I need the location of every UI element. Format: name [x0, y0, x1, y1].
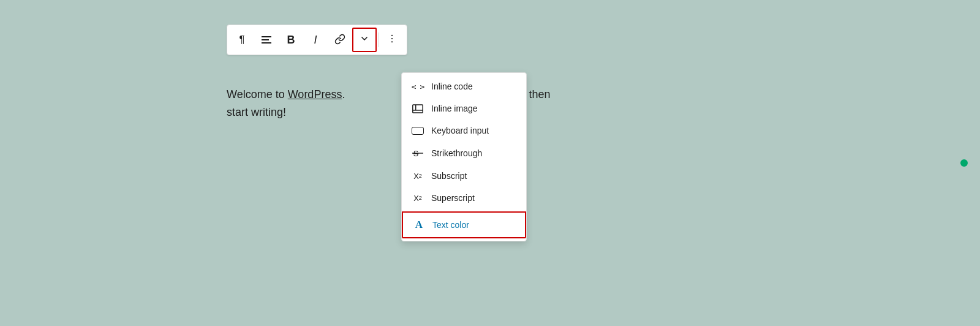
italic-icon: I [314, 34, 317, 47]
align-icon [260, 34, 273, 46]
text-color-icon: A [413, 219, 425, 231]
text-color-item[interactable]: A Text color [402, 211, 526, 238]
bold-button[interactable]: B [279, 28, 303, 52]
svg-point-2 [391, 41, 393, 42]
link-icon [334, 34, 345, 47]
keyboard-icon [412, 127, 424, 135]
paragraph-button[interactable]: ¶ [230, 28, 254, 52]
page-background: ¶ B I [0, 0, 980, 326]
options-button[interactable] [380, 28, 404, 52]
strikethrough-item[interactable]: S Strikethrough [402, 142, 526, 165]
toolbar-divider [378, 32, 379, 47]
subscript-label: Subscript [431, 171, 467, 181]
dots-icon [386, 33, 398, 47]
align-button[interactable] [254, 28, 279, 52]
superscript-icon: X2 [412, 194, 424, 203]
paragraph-icon: ¶ [239, 34, 244, 46]
svg-rect-3 [413, 104, 423, 112]
strikethrough-icon: S [412, 148, 424, 159]
svg-point-1 [391, 38, 393, 39]
subscript-item[interactable]: X2 Subscript [402, 165, 526, 187]
inline-image-label: Inline image [431, 104, 478, 113]
link-button[interactable] [328, 28, 352, 52]
subscript-icon: X2 [412, 172, 424, 181]
more-options-button[interactable] [352, 28, 377, 52]
strikethrough-label: Strikethrough [431, 148, 482, 158]
image-icon [412, 104, 424, 113]
inline-code-label: Inline code [431, 82, 473, 91]
editor-toolbar: ¶ B I [227, 25, 407, 70]
wordpress-link: WordPress [288, 88, 342, 100]
keyboard-input-label: Keyboard input [431, 126, 489, 135]
italic-button[interactable]: I [303, 28, 328, 52]
svg-point-0 [391, 35, 393, 36]
inline-code-item[interactable]: < > Inline code [402, 75, 526, 97]
code-icon: < > [412, 82, 424, 91]
bold-icon: B [287, 34, 295, 47]
chevron-down-icon [360, 34, 369, 46]
dropdown-menu: < > Inline code Inline image Keyboard in… [401, 72, 527, 241]
superscript-label: Superscript [431, 193, 475, 203]
inline-image-item[interactable]: Inline image [402, 97, 526, 119]
text-color-label: Text color [432, 220, 469, 230]
green-dot-indicator [960, 159, 968, 167]
keyboard-input-item[interactable]: Keyboard input [402, 119, 526, 142]
superscript-item[interactable]: X2 Superscript [402, 187, 526, 209]
